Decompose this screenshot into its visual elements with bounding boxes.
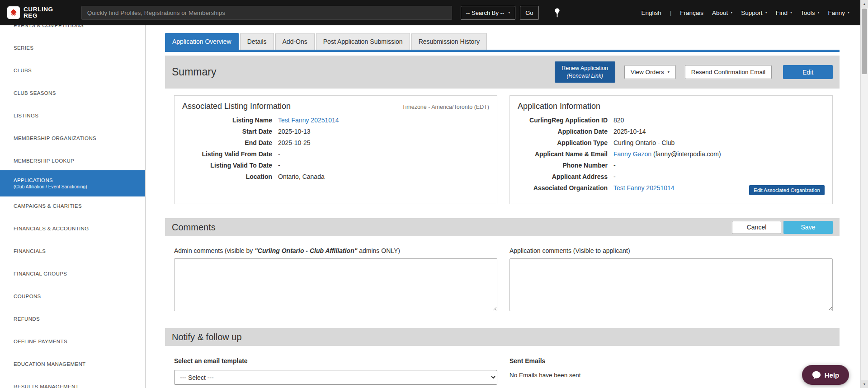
logo-line-1: CURLING (24, 6, 53, 13)
page-scrollbar[interactable]: ▲ ▼ (860, 0, 868, 388)
menu-tools-label: Tools (801, 9, 815, 16)
tab-post-application-submission[interactable]: Post Application Submission (316, 33, 410, 50)
menu-find[interactable]: Find ▾ (776, 9, 792, 16)
menu-support-label: Support (741, 9, 762, 16)
sidebar-item-applications-sublabel: (Club Affiliation / Event Sanctioning) (14, 184, 141, 189)
comments-actions: Cancel Save (732, 221, 833, 234)
chevron-down-icon: ▾ (790, 11, 792, 14)
sidebar: EVENTS & COMPETITIONS SERIES CLUBS CLUB … (0, 25, 146, 388)
pin-button[interactable] (551, 6, 564, 20)
sidebar-item-offline-payments[interactable]: OFFLINE PAYMENTS (0, 330, 145, 353)
sidebar-item-refunds[interactable]: REFUNDS (0, 308, 145, 330)
chevron-down-icon: ▾ (508, 11, 510, 14)
menu-support[interactable]: Support ▾ (741, 9, 767, 16)
menu-user[interactable]: Fanny ▾ (828, 9, 849, 16)
sidebar-item-financial-groups[interactable]: FINANCIAL GROUPS (0, 262, 145, 285)
table-row: Application Date 2025-10-14 (518, 128, 825, 139)
sidebar-item-results-management[interactable]: RESULTS MANAGEMENT (0, 375, 145, 388)
application-comments-textarea[interactable] (509, 258, 833, 311)
top-navbar: CURLING REG -- Search By -- ▾ Go English… (0, 0, 860, 25)
chevron-down-icon: ▾ (668, 70, 670, 74)
sidebar-item-clubs[interactable]: CLUBS (0, 59, 145, 82)
admin-comments-column: Admin comments (visible by "Curling Onta… (174, 247, 497, 311)
chat-bubble-icon (812, 371, 821, 379)
menu-user-label: Fanny (828, 9, 845, 16)
sidebar-item-membership-organizations[interactable]: MEMBERSHIP ORGANIZATIONS (0, 127, 145, 150)
search-by-label: -- Search By -- (466, 9, 505, 16)
tab-details[interactable]: Details (240, 33, 274, 50)
applicant-email: (fanny@interpodia.com) (653, 150, 721, 158)
panel-title: Application Information (518, 102, 600, 111)
tab-resubmission-history[interactable]: Resubmission History (411, 33, 487, 50)
notify-body: Select an email template --- Select --- … (165, 357, 840, 385)
global-search-input[interactable] (81, 6, 452, 20)
sidebar-item-coupons[interactable]: COUPONS (0, 285, 145, 308)
scrollbar-thumb[interactable] (862, 9, 867, 74)
help-button[interactable]: Help (802, 365, 849, 385)
renew-application-button[interactable]: Renew Application (Renewal Link) (555, 61, 615, 83)
save-button[interactable]: Save (783, 221, 833, 234)
sidebar-item-series[interactable]: SERIES (0, 37, 145, 59)
application-comments-label: Application comments (Visible to applica… (509, 247, 833, 254)
sidebar-item-education-management[interactable]: EDUCATION MANAGEMENT (0, 353, 145, 375)
view-orders-label: View Orders (631, 69, 664, 75)
sidebar-list: EVENTS & COMPETITIONS SERIES CLUBS CLUB … (0, 25, 145, 388)
listing-name-link[interactable]: Test Fanny 20251014 (278, 117, 339, 124)
summary-header: Summary Renew Application (Renewal Link)… (165, 56, 840, 89)
panel-title: Associated Listing Information (182, 102, 291, 111)
tab-add-ons[interactable]: Add-Ons (275, 33, 315, 50)
table-row: Location Ontario, Canada (182, 173, 489, 184)
sidebar-item-events-competitions[interactable]: EVENTS & COMPETITIONS (0, 25, 145, 37)
renew-button-line1: Renew Application (561, 65, 608, 71)
sidebar-item-listings[interactable]: LISTINGS (0, 104, 145, 127)
resend-confirmation-email-button[interactable]: Resend Confirmation Email (685, 65, 772, 79)
table-row: Listing Valid From Date - (182, 150, 489, 162)
help-label: Help (825, 371, 840, 379)
chevron-down-icon: ▾ (731, 11, 732, 14)
table-row: CurlingReg Application ID 820 (518, 117, 825, 128)
tab-application-overview[interactable]: Application Overview (165, 33, 239, 50)
page-title: Summary (172, 66, 216, 78)
pin-icon (554, 8, 561, 18)
go-button[interactable]: Go (520, 6, 538, 20)
language-link-english[interactable]: English (641, 9, 661, 16)
admin-comments-textarea[interactable] (174, 258, 497, 311)
sidebar-item-membership-lookup[interactable]: MEMBERSHIP LOOKUP (0, 150, 145, 172)
email-template-column: Select an email template --- Select --- (174, 357, 497, 385)
application-comments-column: Application comments (Visible to applica… (509, 247, 833, 311)
main-content: Application Overview Details Add-Ons Pos… (146, 25, 860, 388)
table-row: Applicant Address - (518, 173, 825, 184)
language-divider: | (670, 9, 672, 16)
email-template-select[interactable]: --- Select --- (174, 370, 497, 385)
menu-find-label: Find (776, 9, 788, 16)
tab-bar: Application Overview Details Add-Ons Pos… (165, 33, 840, 50)
maple-leaf-icon (7, 6, 20, 19)
summary-actions: Renew Application (Renewal Link) View Or… (555, 61, 833, 83)
timezone-label: Timezone - America/Toronto (EDT) (402, 104, 489, 110)
sidebar-item-applications[interactable]: APPLICATIONS (Club Affiliation / Event S… (0, 170, 145, 196)
curlingreg-logo[interactable]: CURLING REG (7, 6, 53, 19)
language-link-francais[interactable]: Français (680, 9, 703, 16)
associated-organization-link[interactable]: Test Fanny 20251014 (613, 184, 675, 192)
scroll-up-arrow[interactable]: ▲ (861, 0, 868, 8)
scroll-down-arrow[interactable]: ▼ (861, 380, 868, 388)
comments-body: Admin comments (visible by "Curling Onta… (165, 247, 840, 311)
tab-underline (165, 50, 840, 52)
edit-associated-organization-button[interactable]: Edit Associated Organization (749, 185, 825, 195)
chevron-down-icon: ▾ (765, 11, 767, 14)
chevron-down-icon: ▾ (848, 11, 849, 14)
sidebar-item-financials-accounting[interactable]: FINANCIALS & ACCOUNTING (0, 217, 145, 240)
applicant-name-link[interactable]: Fanny Gazon (613, 150, 651, 158)
table-row: Associated Organization Test Fanny 20251… (518, 184, 825, 196)
cancel-button[interactable]: Cancel (732, 221, 781, 234)
search-by-dropdown[interactable]: -- Search By -- ▾ (461, 6, 516, 20)
sent-emails-label: Sent Emails (509, 357, 833, 365)
menu-tools[interactable]: Tools ▾ (801, 9, 820, 16)
sidebar-item-club-seasons[interactable]: CLUB SEASONS (0, 82, 145, 104)
edit-button[interactable]: Edit (783, 65, 833, 79)
menu-about[interactable]: About ▾ (712, 9, 732, 16)
sent-emails-status: No Emails have been sent (509, 372, 833, 379)
sidebar-item-campaigns-charities[interactable]: CAMPAIGNS & CHARITIES (0, 195, 145, 217)
view-orders-dropdown[interactable]: View Orders ▾ (624, 65, 676, 79)
sidebar-item-financials[interactable]: FINANCIALS (0, 240, 145, 262)
